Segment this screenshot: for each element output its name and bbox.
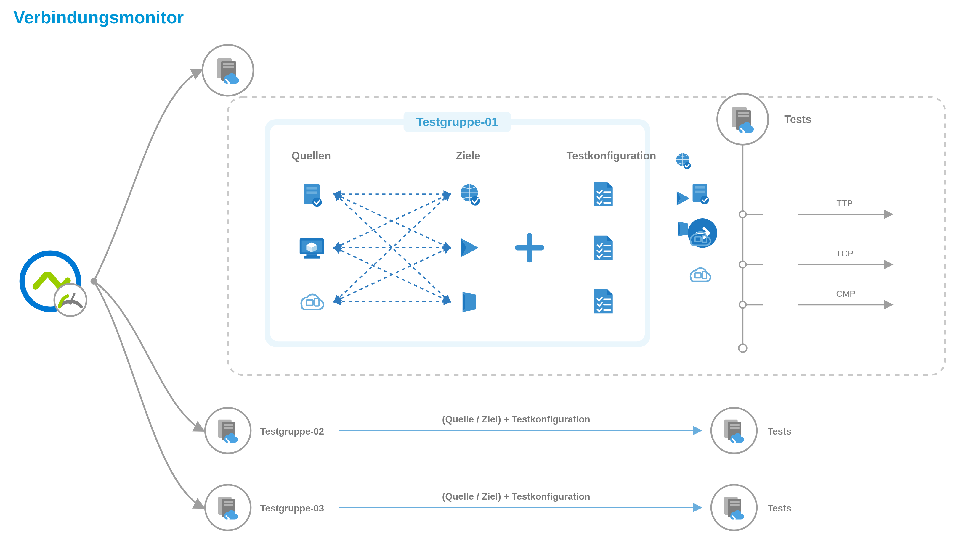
page-title: Verbindungsmonitor <box>13 8 184 27</box>
branch-to-group1 <box>94 70 201 281</box>
diagram-canvas: Verbindungsmonitor Testgruppe-01 Quellen… <box>0 0 972 549</box>
tests-label: Tests <box>784 113 811 125</box>
spine-end-dot <box>739 344 747 352</box>
target-office-icon <box>463 292 476 312</box>
test-row-1: TTP <box>676 153 892 218</box>
testgroup3-tests-label: Tests <box>768 503 791 513</box>
protocol-label-3: ICMP <box>834 289 856 298</box>
sources-label: Quellen <box>292 150 331 162</box>
test-target-dynamics-icon <box>677 192 690 206</box>
arrow-right-circle-icon <box>688 218 717 248</box>
testgroup-3-row: Testgruppe-03 (Quelle / Ziel) + Testkonf… <box>205 485 791 530</box>
connection-monitor-icon <box>22 253 87 316</box>
branch-to-group3 <box>94 281 203 508</box>
branch-to-group2 <box>94 281 203 431</box>
testgroup3-formula: (Quelle / Ziel) + Testkonfiguration <box>442 491 590 502</box>
targets-label: Ziele <box>456 150 480 162</box>
testconfig-1-icon <box>594 182 612 206</box>
testgroup2-formula: (Quelle / Ziel) + Testkonfiguration <box>442 414 590 425</box>
testgroup2-tests-label: Tests <box>768 426 791 437</box>
test-source-server-icon <box>693 184 709 204</box>
svg-point-25 <box>739 261 746 268</box>
test-target-office-icon <box>678 222 688 237</box>
svg-point-19 <box>69 300 72 305</box>
config-label: Testkonfiguration <box>567 150 656 162</box>
testgroup1-title: Testgruppe-01 <box>416 115 499 129</box>
svg-point-28 <box>739 302 746 308</box>
testconfig-3-icon <box>594 289 612 313</box>
testconfig-2-icon <box>594 236 612 260</box>
protocol-label-1: TTP <box>836 198 853 208</box>
testgroup3-label: Testgruppe-03 <box>260 503 324 513</box>
svg-point-22 <box>739 211 746 218</box>
source-server-icon <box>304 184 322 207</box>
testgroup-2-row: Testgruppe-02 (Quelle / Ziel) + Testkonf… <box>205 408 791 453</box>
test-target-globe-icon <box>676 153 691 169</box>
protocol-label-2: TCP <box>836 248 853 258</box>
test-source-cloud-icon <box>690 268 710 281</box>
testgroup-1: Testgruppe-01 Quellen Ziele Testkonfigur… <box>202 45 945 375</box>
testgroup2-label: Testgruppe-02 <box>260 426 324 437</box>
